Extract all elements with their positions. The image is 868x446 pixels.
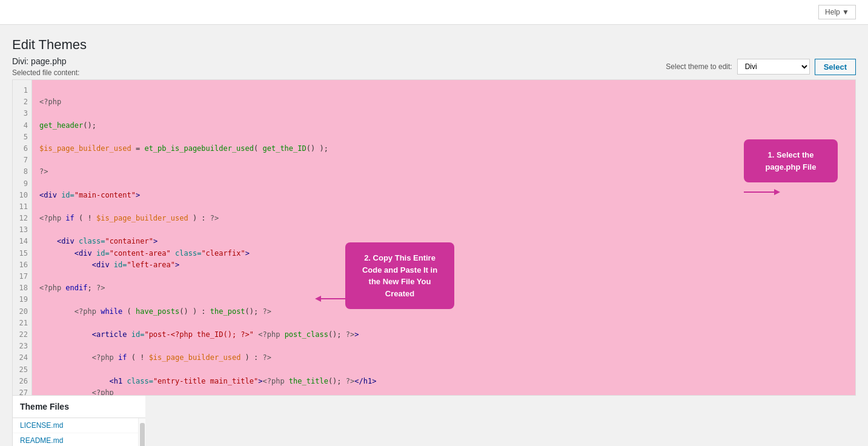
file-item[interactable]: LICENSE.md [13,418,138,433]
code-editor[interactable]: <?php get_header(); $is_page_builder_use… [32,80,855,395]
sidebar-title: Theme Files [13,396,145,418]
theme-selector-label: Select theme to edit: [666,62,732,71]
theme-files-sidebar: Theme Files LICENSE.md README.md 404.php… [12,396,145,446]
page-title: Edit Themes [12,37,856,53]
sidebar-scrollbar[interactable] [138,418,145,446]
theme-select[interactable]: Divi Twenty Twenty [737,59,810,75]
line-numbers: 1234567891011121314151617181920212223242… [13,80,32,395]
help-button[interactable]: Help ▼ [818,5,856,19]
select-button[interactable]: Select [815,59,856,75]
file-item[interactable]: README.md [13,433,138,446]
selected-file-label: Selected file content: [12,68,79,77]
wp-admin-header: Help ▼ [0,0,868,25]
file-list: LICENSE.md README.md 404.php comments.ph… [13,418,138,446]
code-panel: 1234567891011121314151617181920212223242… [13,80,855,395]
file-subtitle: Divi: page.php [12,56,79,66]
